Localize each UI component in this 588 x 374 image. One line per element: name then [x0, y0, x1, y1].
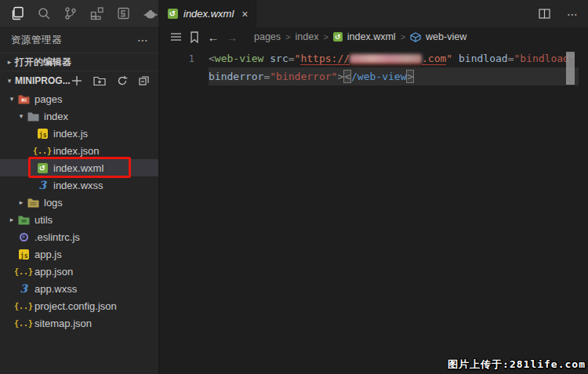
tab-index-wxml[interactable]: ↺ index.wxml × — [158, 0, 256, 27]
code-token: bindload — [459, 53, 508, 64]
code-token: < — [343, 70, 351, 83]
wxml-file-icon: ↺ — [333, 32, 343, 42]
code-token: > — [406, 70, 414, 83]
collapse-all-icon[interactable] — [139, 74, 151, 87]
tree-item-utils[interactable]: ▸utils — [0, 211, 158, 228]
code-line-1: 1 <web-view src="https://.com" bindload=… — [160, 49, 588, 67]
search-icon[interactable] — [36, 5, 52, 21]
redacted-url-blur — [350, 54, 422, 64]
wechat-devtools-editor-window: ↺ index.wxml × ⋯ 资源管理器 ⋯ ▸ 打开的编辑器 ▾ MINI… — [0, 0, 588, 374]
code-token — [452, 53, 459, 64]
code-token: https:// — [300, 53, 350, 65]
top-bar: ↺ index.wxml × ⋯ — [0, 0, 588, 27]
breadcrumb-item-pages[interactable]: pages — [254, 31, 281, 42]
wxml-file-icon: ↺ — [36, 162, 49, 174]
tree-item-index-js[interactable]: jsindex.js — [0, 125, 158, 142]
file-tree: ▾pages▾indexjsindex.js{..}index.json↺ind… — [0, 90, 158, 332]
code-area[interactable]: 1 <web-view src="https://.com" bindload=… — [160, 46, 588, 85]
folder-icon — [27, 110, 39, 122]
tree-item-index-wxml[interactable]: ↺index.wxml — [0, 159, 158, 176]
refresh-icon[interactable] — [116, 74, 129, 87]
tree-item-sitemap-json[interactable]: {..}sitemap.json — [0, 314, 158, 332]
activity-bar — [0, 0, 158, 27]
code-token: = — [263, 71, 270, 82]
json-file-icon: {..} — [17, 300, 30, 312]
tree-item-label: index.wxss — [53, 180, 103, 191]
tree-item-index[interactable]: ▾index — [0, 107, 158, 125]
navigate-forward-icon[interactable]: → — [224, 30, 240, 44]
sidebar-header: 资源管理器 ⋯ — [0, 27, 158, 53]
editor-scrollbar-thumb[interactable] — [566, 52, 575, 85]
tree-item--eslintrc-js[interactable]: .eslintrc.js — [0, 228, 158, 245]
tree-item-label: .eslintrc.js — [34, 231, 80, 243]
chevron-right-icon: ▸ — [4, 58, 15, 66]
breadcrumb-separator: > — [323, 32, 328, 42]
code-token: > — [337, 71, 343, 82]
tree-item-pages[interactable]: ▾pages — [0, 90, 158, 107]
extensions-icon[interactable] — [89, 5, 105, 21]
new-file-icon[interactable] — [71, 74, 83, 87]
watermark-text: 图片上传于:281life.com — [448, 358, 586, 372]
source-control-icon[interactable] — [63, 5, 78, 21]
bookmark-icon[interactable] — [187, 30, 202, 44]
tree-item-label: index — [44, 111, 68, 122]
code-token: /web-view — [351, 71, 406, 82]
tree-item-label: app.wxss — [34, 283, 77, 295]
tab-label: index.wxml — [183, 8, 234, 20]
code-token: < — [209, 53, 215, 64]
breadcrumb: pages>index>↺index.wxml>web-view — [254, 31, 466, 42]
wxss-file-icon: 3 — [36, 179, 49, 191]
tree-item-app-wxss[interactable]: 3app.wxss — [0, 280, 158, 297]
tree-item-app-js[interactable]: jsapp.js — [0, 245, 158, 263]
code-token: "binderror" — [270, 71, 337, 82]
utils-folder-icon — [17, 213, 30, 226]
editor-more-actions-icon[interactable]: ⋯ — [564, 6, 580, 22]
json-file-icon: {..} — [17, 317, 30, 329]
split-editor-icon[interactable] — [536, 6, 552, 22]
project-actions — [71, 74, 161, 87]
code-line-1-wrap: binderror="binderror"></web-view> — [160, 67, 588, 85]
line-number: 1 — [160, 53, 209, 64]
tree-item-label: index.wxml — [53, 162, 103, 174]
chevron-down-icon: ▾ — [6, 95, 17, 103]
outline-list-icon[interactable] — [168, 30, 183, 44]
logs-folder-icon — [27, 196, 39, 209]
tree-item-logs[interactable]: ▸logs — [0, 194, 158, 211]
files-icon[interactable] — [9, 5, 25, 21]
teapot-icon[interactable] — [143, 5, 158, 21]
open-editors-section[interactable]: ▸ 打开的编辑器 — [0, 53, 158, 71]
breadcrumb-item-index-wxml[interactable]: index.wxml — [347, 31, 396, 42]
breadcrumb-item-index[interactable]: index — [296, 31, 319, 42]
navigate-back-icon[interactable]: ← — [205, 30, 221, 44]
wxss-file-icon: 3 — [17, 282, 30, 295]
editor-area: ← → pages>index>↺index.wxml>web-view 1 <… — [158, 27, 588, 374]
tree-item-index-json[interactable]: {..}index.json — [0, 142, 158, 159]
tree-item-project-config-json[interactable]: {..}project.config.json — [0, 297, 158, 314]
tree-item-index-wxss[interactable]: 3index.wxss — [0, 176, 158, 194]
breadcrumb-item-web-view[interactable]: web-view — [426, 31, 466, 42]
code-token: " — [446, 53, 452, 64]
chevron-right-icon: ▸ — [6, 216, 17, 223]
project-section-header[interactable]: ▾ MINIPROG... — [0, 71, 158, 90]
breadcrumb-bar: ← → pages>index>↺index.wxml>web-view — [160, 27, 588, 46]
wxml-file-icon: ↺ — [166, 8, 179, 20]
tree-item-label: index.json — [53, 145, 100, 157]
breadcrumb-separator: > — [285, 32, 290, 42]
sidebar-more-icon[interactable]: ⋯ — [137, 34, 149, 46]
tree-item-label: index.js — [53, 128, 88, 140]
tree-item-app-json[interactable]: {..}app.json — [0, 263, 158, 280]
tree-item-label: sitemap.json — [34, 318, 92, 329]
tab-close-icon[interactable]: × — [241, 9, 248, 20]
tree-item-label: pages — [34, 93, 62, 105]
sidebar-title: 资源管理器 — [11, 34, 137, 47]
json-file-icon: {..} — [17, 265, 30, 278]
code-token: src — [270, 53, 288, 64]
new-folder-icon[interactable] — [93, 74, 106, 87]
panel-icon[interactable] — [116, 5, 132, 21]
code-token: .com — [422, 53, 446, 65]
open-editors-label: 打开的编辑器 — [15, 56, 71, 69]
js-file-icon: js — [17, 248, 30, 260]
chevron-right-icon: ▸ — [16, 198, 27, 206]
chevron-down-icon: ▾ — [4, 77, 15, 85]
tree-item-label: app.json — [34, 266, 73, 278]
